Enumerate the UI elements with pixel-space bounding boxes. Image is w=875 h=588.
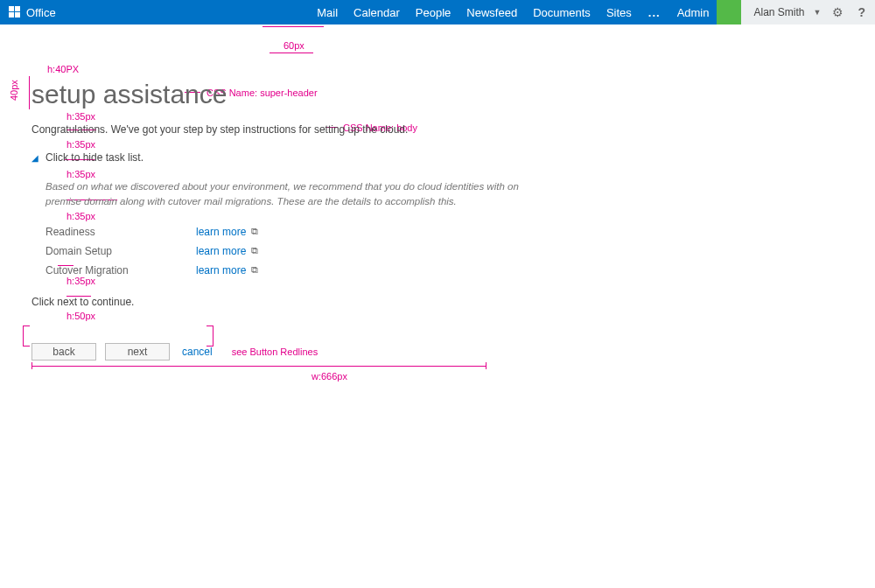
nav-ellipsis[interactable]: ... [640, 0, 669, 24]
task-name: Cutover Migration [46, 264, 196, 276]
learn-more-link[interactable]: learn more [196, 264, 246, 276]
redline-rule [262, 26, 324, 27]
redline-rule [486, 362, 486, 369]
redline-rule [29, 76, 30, 109]
nav-label: Admin [677, 6, 710, 19]
popout-icon[interactable]: ⧉ [251, 264, 258, 276]
nav-label: Sites [606, 6, 632, 19]
svg-rect-1 [15, 6, 20, 11]
toggle-task-list[interactable]: ◢ Click to hide task list. [32, 151, 614, 164]
intro-text: Congratulations. We've got your step by … [32, 123, 614, 136]
redline-bracket-left [23, 326, 30, 346]
svg-rect-2 [9, 12, 14, 18]
task-row-domain-setup: Domain Setup learn more ⧉ [46, 242, 614, 261]
nav-label: Newsfeed [466, 6, 517, 19]
caret-down-icon[interactable]: ▼ [814, 8, 822, 17]
svg-rect-0 [9, 6, 14, 11]
redline-rule [32, 362, 32, 369]
nav-calendar[interactable]: Calendar [346, 0, 408, 24]
task-list: Readiness learn more ⧉ Domain Setup lear… [46, 222, 614, 280]
content-area: setup assistance Congratulations. We've … [32, 77, 614, 360]
svg-rect-3 [15, 12, 20, 18]
nav-sites[interactable]: Sites [598, 0, 640, 24]
brand-label: Office [26, 6, 56, 19]
redline-40px: 40px [9, 80, 19, 101]
nav-mail[interactable]: Mail [309, 0, 346, 24]
nav-label: Mail [317, 6, 338, 19]
nav-items: Mail Calendar People Newsfeed Documents … [309, 0, 717, 24]
office-logo-icon [9, 6, 21, 18]
cancel-link[interactable]: cancel [182, 346, 213, 358]
redline-button-note: see Button Redlines [232, 346, 318, 357]
popout-icon[interactable]: ⧉ [251, 226, 258, 237]
redline-rule [270, 52, 313, 53]
nav-label: Documents [533, 6, 591, 19]
redline-rule [32, 366, 486, 367]
nav-admin[interactable]: Admin [669, 0, 718, 24]
nav-people[interactable]: People [408, 0, 458, 24]
redline-60px: 60px [284, 40, 304, 51]
nav-documents[interactable]: Documents [525, 0, 598, 24]
ellipsis-label: ... [648, 6, 661, 19]
task-row-readiness: Readiness learn more ⧉ [46, 222, 614, 242]
help-icon[interactable]: ? [855, 5, 868, 19]
user-name[interactable]: Alan Smith [753, 6, 804, 18]
brand[interactable]: Office [0, 6, 65, 19]
button-row: back next cancel see Button Redlines [32, 343, 614, 360]
learn-more-link[interactable]: learn more [196, 226, 246, 238]
next-button[interactable]: next [105, 343, 170, 360]
collapse-arrow-icon: ◢ [32, 153, 38, 163]
page-title: setup assistance [32, 77, 614, 112]
userbar: Alan Smith ▼ ⚙ ? [741, 0, 875, 24]
nav-newsfeed[interactable]: Newsfeed [458, 0, 525, 24]
popout-icon[interactable]: ⧉ [251, 245, 258, 256]
toggle-label: Click to hide task list. [46, 151, 144, 164]
continue-instruction: Click next to continue. [32, 296, 614, 308]
task-name: Domain Setup [46, 245, 196, 257]
redline-h40: h:40PX [47, 64, 79, 74]
nav-label: Calendar [354, 6, 400, 19]
recommendation-text: Based on what we discovered about your e… [46, 179, 536, 210]
task-name: Readiness [46, 226, 196, 238]
gear-icon[interactable]: ⚙ [830, 5, 846, 19]
redline-w666: w:666px [312, 371, 347, 382]
topbar: Office Mail Calendar People Newsfeed Doc… [0, 0, 875, 24]
back-button[interactable]: back [32, 343, 96, 360]
presence-indicator[interactable] [717, 0, 741, 24]
task-row-cutover-migration: Cutover Migration learn more ⧉ [46, 261, 614, 280]
nav-label: People [416, 6, 451, 19]
learn-more-link[interactable]: learn more [196, 245, 246, 257]
